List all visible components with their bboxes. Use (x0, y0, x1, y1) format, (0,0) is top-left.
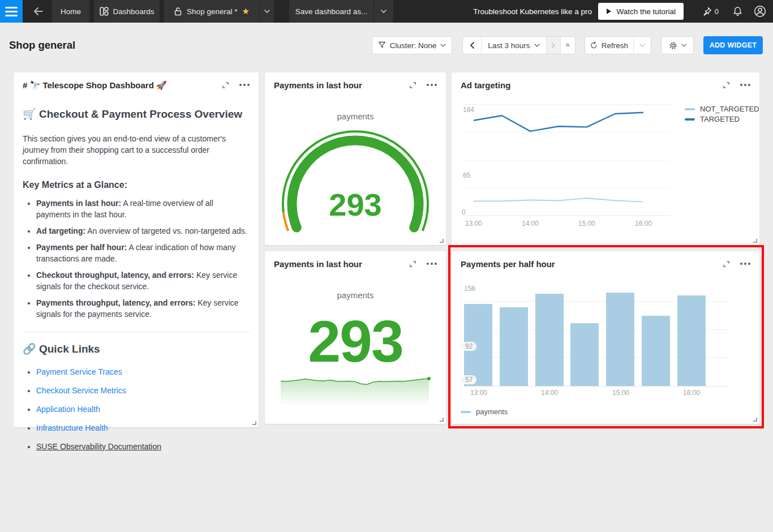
top-navbar: Home Dashboards Shop general * ★ Save da… (0, 0, 773, 23)
tab-options-chevron[interactable] (260, 0, 274, 23)
resize-handle[interactable] (753, 239, 757, 243)
time-back-button[interactable] (463, 37, 482, 54)
gauge-chart[interactable]: 293 (281, 128, 430, 237)
list-item: SUSE Observability Documentation (36, 441, 250, 452)
legend-item-not-targeted[interactable]: NOT_TARGETED (685, 105, 759, 113)
notifications-button[interactable] (733, 0, 742, 23)
bar-chart[interactable]: 156 92 57 (464, 285, 728, 387)
time-range-dropdown[interactable]: Last 3 hours (482, 37, 547, 54)
link-checkout-service-metrics[interactable]: Checkout Service Metrics (36, 386, 126, 395)
line-chart[interactable]: 184 65 0 (464, 104, 671, 216)
legend-item-payments[interactable]: payments (461, 407, 508, 416)
save-dashboard-chevron[interactable] (374, 0, 393, 23)
markdown-intro: This section gives you an end-to-end vie… (23, 133, 250, 167)
add-widget-button[interactable]: ADD WIDGET (703, 36, 763, 54)
pinned-items-button[interactable]: 0 (702, 0, 719, 23)
watch-tutorial-button[interactable]: Watch the tutorial (598, 3, 684, 20)
gauge-metric-label: payments (265, 111, 446, 121)
legend-label: NOT_TARGETED (700, 105, 759, 113)
resize-handle[interactable] (440, 418, 444, 422)
payments-number-widget: Payments in last hour payments 293 (265, 251, 446, 424)
number-value: 293 (265, 308, 446, 375)
zoom-out-time-button[interactable] (561, 37, 575, 54)
bar[interactable] (677, 295, 706, 386)
promo-text: Troubleshoot Kubernetes like a pro (473, 0, 592, 23)
quick-links-heading: 🔗 Quick Links (23, 342, 250, 355)
x-axis-tick: 16:00 (683, 389, 700, 397)
time-range-control: Last 3 hours (462, 36, 576, 54)
widget-title: Payments per half hour (461, 259, 555, 269)
watch-tutorial-label: Watch the tutorial (616, 7, 676, 16)
cluster-filter-button[interactable]: Cluster: None (372, 36, 452, 54)
pin-icon (702, 7, 712, 16)
x-axis-tick: 16:00 (635, 220, 652, 228)
list-item: Checkout Service Metrics (36, 385, 250, 396)
dashboard-settings-button[interactable] (661, 36, 694, 54)
expand-widget-icon[interactable] (723, 260, 730, 268)
metrics-heading: Key Metrics at a Glance: (23, 180, 250, 190)
list-item: Payment Service Traces (36, 366, 250, 377)
legend-label: payments (476, 407, 508, 416)
legend-item-targeted[interactable]: TARGETED (685, 115, 740, 123)
favorite-star-icon[interactable]: ★ (242, 6, 249, 16)
y-axis-tick: 184 (463, 106, 474, 114)
bar[interactable] (642, 316, 670, 386)
expand-widget-icon[interactable] (723, 81, 730, 89)
resize-handle[interactable] (753, 418, 757, 422)
chevron-down-icon (381, 10, 386, 13)
bar[interactable] (570, 323, 599, 386)
x-axis: 13:00 14:00 15:00 16:00 (464, 389, 728, 397)
link-application-health[interactable]: Application Health (36, 405, 100, 414)
chevron-down-icon (639, 44, 645, 47)
expand-widget-icon[interactable] (409, 81, 416, 89)
y-axis-tick: 156 (464, 285, 475, 293)
filter-icon (378, 41, 386, 49)
widget-menu-icon[interactable] (239, 84, 250, 86)
widget-title: Ad targeting (461, 80, 510, 90)
back-button[interactable] (28, 0, 48, 23)
link-payment-service-traces[interactable]: Payment Service Traces (36, 367, 122, 376)
arrow-left-icon (33, 7, 43, 15)
time-forward-button-disabled[interactable] (547, 37, 561, 54)
expand-widget-icon[interactable] (222, 81, 229, 89)
bar[interactable] (500, 307, 528, 386)
widget-menu-icon[interactable] (740, 84, 750, 86)
unlock-icon (174, 7, 182, 16)
list-item: Payments throughput, latency, and errors… (36, 297, 250, 320)
number-metric-label: payments (265, 290, 446, 300)
widget-menu-icon[interactable] (427, 263, 437, 265)
list-item: Checkout throughput, latency, and errors… (36, 269, 250, 292)
time-range-label: Last 3 hours (488, 41, 530, 50)
gear-icon (669, 41, 677, 50)
sparkline-chart[interactable] (280, 370, 432, 406)
hamburger-menu-button[interactable] (0, 0, 23, 23)
divider (23, 332, 250, 332)
legend-swatch (685, 118, 695, 121)
bar[interactable] (535, 294, 564, 386)
refresh-options-chevron[interactable] (634, 37, 651, 54)
expand-widget-icon[interactable] (409, 260, 416, 268)
list-item: Infrastructure Health (36, 422, 250, 434)
home-tab-label: Home (61, 7, 81, 16)
y-axis-tick: 92 (461, 342, 476, 351)
legend-label: TARGETED (700, 115, 740, 123)
bar[interactable] (606, 293, 634, 386)
user-avatar[interactable] (754, 0, 766, 23)
ad-targeting-widget: Ad targeting 184 65 0 13:00 14:00 15:00 … (452, 72, 759, 245)
widget-menu-icon[interactable] (740, 263, 750, 265)
nav-tab-current-dashboard[interactable]: Shop general * ★ (164, 0, 259, 23)
nav-tab-dashboards[interactable]: Dashboards (94, 0, 160, 23)
nav-tab-home[interactable]: Home (52, 0, 89, 23)
refresh-button[interactable]: Refresh (585, 37, 634, 54)
widget-title: Payments in last hour (274, 259, 362, 269)
resize-handle[interactable] (252, 421, 256, 425)
markdown-heading: 🛒 Checkout & Payment Process Overview (23, 108, 250, 121)
chevron-right-icon (552, 42, 555, 49)
refresh-control: Refresh (585, 36, 651, 54)
resize-handle[interactable] (440, 239, 444, 243)
save-dashboard-button[interactable]: Save dashboard as... (289, 0, 373, 23)
link-infrastructure-health[interactable]: Infrastructure Health (36, 423, 108, 432)
link-suse-observability-docs[interactable]: SUSE Observability Documentation (36, 442, 161, 451)
x-axis-tick: 15:00 (578, 220, 595, 228)
widget-menu-icon[interactable] (427, 84, 437, 86)
